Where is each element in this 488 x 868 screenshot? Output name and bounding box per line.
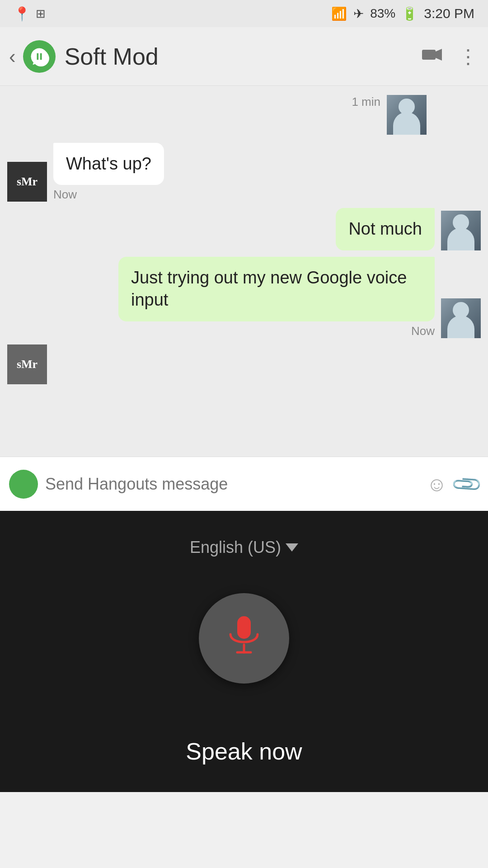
outgoing-avatar-placeholder xyxy=(387,95,427,135)
battery-percent: 83% xyxy=(370,6,395,21)
microphone-button[interactable] xyxy=(199,593,289,684)
message-text: Not much xyxy=(348,219,422,238)
message-input-area: ☺ 📎 xyxy=(0,457,488,511)
app-bar: ‹ Soft Mod ⋮ xyxy=(0,27,488,86)
message-bubble-incoming-1: What's up? xyxy=(53,143,164,185)
language-selector[interactable]: English (US) xyxy=(190,538,298,557)
hangouts-icon xyxy=(23,40,56,73)
typing-indicator: sMr xyxy=(7,344,481,384)
message-row-outgoing-1: Not much xyxy=(7,208,481,250)
message-row-incoming-1: sMr What's up? Now xyxy=(7,143,481,202)
outgoing-avatar-2 xyxy=(441,298,481,338)
hangouts-status-dot xyxy=(9,470,38,499)
video-call-button[interactable] xyxy=(422,46,442,66)
message-bubble-outgoing-1: Not much xyxy=(336,208,435,250)
language-dropdown-arrow xyxy=(286,543,298,552)
message-text: What's up? xyxy=(66,154,151,173)
microphone-icon xyxy=(226,614,262,663)
app-bar-actions: ⋮ xyxy=(422,45,479,68)
typing-avatar: sMr xyxy=(7,344,47,384)
message-time: Now xyxy=(53,188,164,202)
airplane-icon: ✈ xyxy=(353,6,364,21)
grid-icon: ⊞ xyxy=(36,7,46,21)
timestamp-row: 1 min xyxy=(7,95,481,135)
message-input[interactable] xyxy=(45,475,419,494)
speak-now-label: Speak now xyxy=(186,738,302,765)
svg-marker-1 xyxy=(436,49,442,61)
language-label: English (US) xyxy=(190,538,281,557)
status-bar: 📍 ⊞ 📶 ✈ 83% 🔋 3:20 PM xyxy=(0,0,488,27)
svg-rect-0 xyxy=(422,50,436,60)
incoming-avatar: sMr xyxy=(7,162,47,202)
bubble-container-incoming-1: What's up? Now xyxy=(53,143,164,202)
time-display: 3:20 PM xyxy=(424,6,474,21)
outgoing-avatar-1 xyxy=(441,211,481,250)
message-time-2: Now xyxy=(118,324,435,338)
overflow-menu-button[interactable]: ⋮ xyxy=(458,45,479,68)
attach-button[interactable]: 📎 xyxy=(450,467,484,501)
chat-area: 1 min sMr What's up? Now Not much xyxy=(0,86,488,457)
back-button[interactable]: ‹ xyxy=(9,45,16,68)
chat-title: Soft Mod xyxy=(65,43,422,70)
battery-icon: 🔋 xyxy=(402,6,418,21)
status-left-icons: 📍 ⊞ xyxy=(14,6,46,22)
svg-rect-2 xyxy=(237,616,251,639)
message-timestamp: 1 min xyxy=(352,95,380,135)
message-text: Just trying out my new Google voice inpu… xyxy=(131,268,407,309)
typing-avatar-text: sMr xyxy=(17,358,38,371)
bubble-container-outgoing-2: Just trying out my new Google voice inpu… xyxy=(118,257,435,338)
location-icon: 📍 xyxy=(14,6,30,22)
message-bubble-outgoing-2: Just trying out my new Google voice inpu… xyxy=(118,257,435,321)
status-right-icons: 📶 ✈ 83% 🔋 3:20 PM xyxy=(331,6,474,21)
message-row-outgoing-2: Just trying out my new Google voice inpu… xyxy=(7,257,481,338)
emoji-button[interactable]: ☺ xyxy=(427,473,447,495)
bubble-container-outgoing-1: Not much xyxy=(336,208,435,250)
voice-input-area: English (US) Speak now xyxy=(0,511,488,792)
wifi-icon: 📶 xyxy=(331,6,347,21)
avatar-text: sMr xyxy=(17,175,38,189)
